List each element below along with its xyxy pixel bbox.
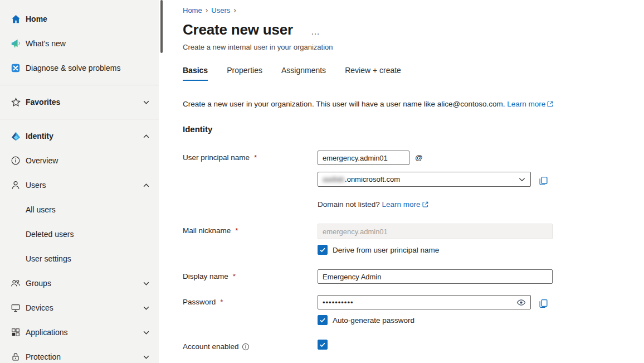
tab-basics[interactable]: Basics xyxy=(183,66,208,81)
chevron-down-icon xyxy=(143,280,159,287)
password-row: Password* xyxy=(183,295,644,325)
chevron-down-icon xyxy=(518,176,526,183)
chevron-down-icon xyxy=(143,354,159,361)
sidebar-item-favorites[interactable]: Favorites xyxy=(0,90,159,114)
main-content: Home › Users › Create new user … Create … xyxy=(164,0,644,363)
required-asterisk: * xyxy=(254,153,257,162)
sidebar-item-applications[interactable]: Applications xyxy=(0,320,159,345)
sidebar-item-label: What's new xyxy=(26,39,66,48)
tab-assignments[interactable]: Assignments xyxy=(281,66,326,81)
password-input[interactable] xyxy=(318,295,531,309)
intro-learn-more-link[interactable]: Learn more xyxy=(507,100,545,108)
domain-prefix-redacted: aadlab xyxy=(323,175,344,183)
sidebar-scrollbar[interactable] xyxy=(159,0,164,363)
sidebar-item-users[interactable]: Users xyxy=(0,173,159,197)
tab-bar: Basics Properties Assignments Review + c… xyxy=(183,66,644,81)
show-password-icon[interactable] xyxy=(516,298,526,309)
domain-help: Domain not listed? Learn more xyxy=(318,200,548,209)
sidebar-divider xyxy=(0,85,159,85)
sidebar-item-label: Users xyxy=(26,181,46,190)
info-icon xyxy=(10,155,21,166)
mail-nickname-row: Mail nickname* Derive from user principa… xyxy=(183,224,644,255)
display-name-input[interactable] xyxy=(318,269,553,284)
breadcrumb-separator: › xyxy=(233,6,236,14)
sidebar-item-label: Groups xyxy=(26,279,51,288)
derive-checkbox-row: Derive from user principal name xyxy=(318,245,553,255)
breadcrumb-users-link[interactable]: Users xyxy=(211,6,230,14)
intro-text: Create a new user in your organization. … xyxy=(183,100,644,109)
chevron-down-icon xyxy=(143,99,159,106)
sidebar-item-whats-new[interactable]: What's new xyxy=(0,31,159,56)
mail-nickname-label: Mail nickname* xyxy=(183,224,318,235)
scrollbar-thumb[interactable] xyxy=(160,0,163,53)
upn-label: User principal name* xyxy=(183,151,318,162)
lock-icon xyxy=(10,351,21,362)
applications-icon xyxy=(10,327,21,338)
more-options-button[interactable]: … xyxy=(311,26,321,35)
tab-properties[interactable]: Properties xyxy=(227,66,262,81)
sidebar-item-label: User settings xyxy=(26,254,71,263)
mail-nickname-input[interactable] xyxy=(318,224,553,239)
breadcrumb-separator: › xyxy=(206,6,208,14)
sidebar-item-diagnose[interactable]: Diagnose & solve problems xyxy=(0,56,159,80)
sidebar-item-all-users[interactable]: All users xyxy=(0,197,159,222)
account-enabled-checkbox[interactable] xyxy=(318,340,328,350)
sidebar-item-protection[interactable]: Protection xyxy=(0,345,159,363)
identity-icon xyxy=(10,130,21,142)
breadcrumb: Home › Users › xyxy=(183,6,644,14)
password-label: Password* xyxy=(183,295,318,306)
tab-review-create[interactable]: Review + create xyxy=(345,66,401,81)
sidebar-item-overview[interactable]: Overview xyxy=(0,148,159,173)
devices-icon xyxy=(10,302,21,313)
required-asterisk: * xyxy=(235,226,238,235)
required-asterisk: * xyxy=(233,272,236,280)
sidebar: Home What's new Diagnose & solve problem… xyxy=(0,0,159,363)
sidebar-item-deleted-users[interactable]: Deleted users xyxy=(0,222,159,246)
upn-fields: @ aadlab .onmicrosoft.com xyxy=(318,151,548,209)
derive-checkbox[interactable] xyxy=(318,245,328,255)
page-title: Create new user xyxy=(183,21,293,38)
sidebar-item-groups[interactable]: Groups xyxy=(0,271,159,296)
copy-password-button[interactable] xyxy=(539,298,548,309)
sidebar-divider xyxy=(0,119,159,119)
required-asterisk: * xyxy=(220,298,223,306)
sidebar-item-devices[interactable]: Devices xyxy=(0,296,159,320)
auto-generate-checkbox[interactable] xyxy=(318,315,328,325)
page-subtitle: Create a new internal user in your organ… xyxy=(183,43,644,51)
info-icon[interactable] xyxy=(242,343,250,351)
chevron-down-icon xyxy=(143,329,159,336)
display-name-row: Display name* xyxy=(183,269,644,284)
identity-section-heading: Identity xyxy=(183,124,644,134)
home-icon xyxy=(10,13,21,25)
domain-learn-more-link[interactable]: Learn more xyxy=(382,200,421,209)
sidebar-item-label: Devices xyxy=(26,303,53,312)
sidebar-item-label: Identity xyxy=(26,132,53,141)
person-icon xyxy=(10,180,21,191)
display-name-label: Display name* xyxy=(183,269,318,280)
sidebar-item-identity[interactable]: Identity xyxy=(0,124,159,148)
sidebar-item-label: Diagnose & solve problems xyxy=(26,64,120,72)
chevron-up-icon xyxy=(143,182,159,189)
sidebar-item-user-settings[interactable]: User settings xyxy=(0,246,159,271)
copy-domain-button[interactable] xyxy=(539,175,548,187)
sidebar-item-label: Applications xyxy=(26,328,68,337)
sidebar-item-label: Overview xyxy=(26,156,58,165)
domain-dropdown[interactable]: aadlab .onmicrosoft.com xyxy=(318,172,531,187)
sidebar-item-label: Home xyxy=(26,14,47,23)
sidebar-item-label: All users xyxy=(26,205,56,214)
account-enabled-label: Account enabled xyxy=(183,340,318,351)
diagnose-icon xyxy=(10,62,21,74)
upn-row: User principal name* @ aadlab .onmicroso… xyxy=(183,151,644,209)
identity-form: User principal name* @ aadlab .onmicroso… xyxy=(183,151,644,351)
chevron-up-icon xyxy=(143,133,159,140)
mail-nickname-fields: Derive from user principal name xyxy=(318,224,553,255)
password-fields: Auto-generate password xyxy=(318,295,548,325)
sidebar-item-home[interactable]: Home xyxy=(0,7,159,31)
upn-input[interactable] xyxy=(318,151,409,165)
sidebar-item-label: Deleted users xyxy=(26,230,74,239)
breadcrumb-home-link[interactable]: Home xyxy=(183,6,202,14)
at-sign: @ xyxy=(415,151,423,165)
account-enabled-row: Account enabled xyxy=(183,340,644,351)
domain-suffix: .onmicrosoft.com xyxy=(345,175,400,183)
external-link-icon xyxy=(547,100,553,109)
